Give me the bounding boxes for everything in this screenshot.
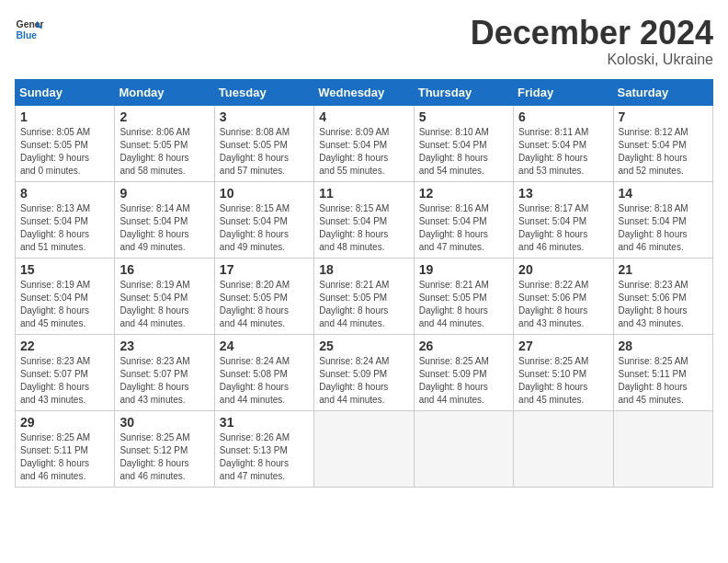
- day-number: 5: [419, 109, 508, 124]
- day-number: 27: [518, 339, 608, 353]
- calendar-cell: 13Sunrise: 8:17 AM Sunset: 5:04 PM Dayli…: [514, 181, 613, 258]
- calendar-cell: 25Sunrise: 8:24 AM Sunset: 5:09 PM Dayli…: [314, 334, 414, 410]
- day-number: 9: [119, 186, 209, 201]
- day-info: Sunrise: 8:15 AM Sunset: 5:04 PM Dayligh…: [319, 202, 408, 254]
- calendar-cell: 17Sunrise: 8:20 AM Sunset: 5:05 PM Dayli…: [214, 258, 313, 334]
- calendar-cell: [414, 410, 513, 487]
- calendar-cell: 14Sunrise: 8:18 AM Sunset: 5:04 PM Dayli…: [613, 181, 712, 258]
- calendar-cell: 21Sunrise: 8:23 AM Sunset: 5:06 PM Dayli…: [613, 258, 712, 334]
- calendar-cell: 19Sunrise: 8:21 AM Sunset: 5:05 PM Dayli…: [414, 258, 513, 334]
- day-info: Sunrise: 8:26 AM Sunset: 5:13 PM Dayligh…: [220, 431, 309, 483]
- day-number: 20: [518, 262, 608, 277]
- calendar-cell: 24Sunrise: 8:24 AM Sunset: 5:08 PM Dayli…: [214, 334, 313, 410]
- calendar-cell: 1Sunrise: 8:05 AM Sunset: 5:05 PM Daylig…: [16, 105, 115, 181]
- day-header-thursday: Thursday: [414, 79, 513, 105]
- calendar-cell: 31Sunrise: 8:26 AM Sunset: 5:13 PM Dayli…: [214, 410, 313, 487]
- logo: General Blue: [15, 15, 44, 44]
- calendar-cell: 2Sunrise: 8:06 AM Sunset: 5:05 PM Daylig…: [115, 105, 214, 181]
- calendar-cell: 9Sunrise: 8:14 AM Sunset: 5:04 PM Daylig…: [115, 181, 214, 258]
- day-info: Sunrise: 8:24 AM Sunset: 5:09 PM Dayligh…: [319, 355, 408, 407]
- calendar-table: SundayMondayTuesdayWednesdayThursdayFrid…: [15, 79, 713, 488]
- calendar-cell: 20Sunrise: 8:22 AM Sunset: 5:06 PM Dayli…: [514, 258, 613, 334]
- calendar-cell: 4Sunrise: 8:09 AM Sunset: 5:04 PM Daylig…: [314, 105, 414, 181]
- day-info: Sunrise: 8:16 AM Sunset: 5:04 PM Dayligh…: [419, 202, 508, 254]
- day-header-wednesday: Wednesday: [314, 79, 414, 105]
- calendar-cell: 27Sunrise: 8:25 AM Sunset: 5:10 PM Dayli…: [514, 334, 613, 410]
- calendar-cell: 26Sunrise: 8:25 AM Sunset: 5:09 PM Dayli…: [414, 334, 513, 410]
- calendar-cell: 28Sunrise: 8:25 AM Sunset: 5:11 PM Dayli…: [613, 334, 712, 410]
- day-info: Sunrise: 8:19 AM Sunset: 5:04 PM Dayligh…: [119, 279, 209, 330]
- day-number: 3: [220, 109, 309, 124]
- day-number: 17: [220, 262, 309, 277]
- day-info: Sunrise: 8:06 AM Sunset: 5:05 PM Dayligh…: [119, 126, 209, 178]
- day-info: Sunrise: 8:23 AM Sunset: 5:06 PM Dayligh…: [619, 279, 708, 330]
- calendar-week-row: 22Sunrise: 8:23 AM Sunset: 5:07 PM Dayli…: [16, 334, 713, 410]
- day-info: Sunrise: 8:20 AM Sunset: 5:05 PM Dayligh…: [220, 279, 309, 330]
- day-number: 7: [619, 109, 708, 124]
- day-header-friday: Friday: [514, 79, 613, 105]
- day-info: Sunrise: 8:15 AM Sunset: 5:04 PM Dayligh…: [220, 202, 309, 254]
- day-number: 16: [119, 262, 209, 277]
- day-number: 28: [619, 339, 708, 353]
- day-number: 1: [20, 109, 109, 124]
- calendar-week-row: 29Sunrise: 8:25 AM Sunset: 5:11 PM Dayli…: [16, 410, 713, 487]
- day-number: 8: [20, 186, 109, 201]
- day-info: Sunrise: 8:12 AM Sunset: 5:04 PM Dayligh…: [619, 126, 708, 178]
- calendar-cell: [314, 410, 414, 487]
- day-number: 4: [319, 109, 408, 124]
- day-header-tuesday: Tuesday: [214, 79, 313, 105]
- calendar-week-row: 15Sunrise: 8:19 AM Sunset: 5:04 PM Dayli…: [16, 258, 713, 334]
- day-info: Sunrise: 8:21 AM Sunset: 5:05 PM Dayligh…: [319, 279, 408, 330]
- day-number: 22: [20, 339, 109, 353]
- day-number: 11: [319, 186, 408, 201]
- calendar-cell: 22Sunrise: 8:23 AM Sunset: 5:07 PM Dayli…: [16, 334, 115, 410]
- day-info: Sunrise: 8:05 AM Sunset: 5:05 PM Dayligh…: [20, 126, 109, 178]
- calendar-cell: 7Sunrise: 8:12 AM Sunset: 5:04 PM Daylig…: [613, 105, 712, 181]
- calendar-cell: 8Sunrise: 8:13 AM Sunset: 5:04 PM Daylig…: [16, 181, 115, 258]
- calendar-cell: 5Sunrise: 8:10 AM Sunset: 5:04 PM Daylig…: [414, 105, 513, 181]
- calendar-cell: 29Sunrise: 8:25 AM Sunset: 5:11 PM Dayli…: [16, 410, 115, 487]
- day-info: Sunrise: 8:24 AM Sunset: 5:08 PM Dayligh…: [220, 355, 309, 407]
- day-number: 26: [419, 339, 508, 353]
- day-info: Sunrise: 8:25 AM Sunset: 5:09 PM Dayligh…: [419, 355, 508, 407]
- day-number: 31: [220, 415, 309, 430]
- day-number: 24: [220, 339, 309, 353]
- day-number: 23: [119, 339, 209, 353]
- day-number: 25: [319, 339, 408, 353]
- location-subtitle: Koloski, Ukraine: [471, 52, 713, 68]
- day-number: 30: [119, 415, 209, 430]
- day-number: 21: [619, 262, 708, 277]
- day-number: 15: [20, 262, 109, 277]
- day-info: Sunrise: 8:13 AM Sunset: 5:04 PM Dayligh…: [20, 202, 109, 254]
- day-number: 2: [119, 109, 209, 124]
- day-info: Sunrise: 8:23 AM Sunset: 5:07 PM Dayligh…: [20, 355, 109, 407]
- title-block: December 2024 Koloski, Ukraine: [471, 15, 713, 68]
- day-header-saturday: Saturday: [613, 79, 712, 105]
- day-info: Sunrise: 8:22 AM Sunset: 5:06 PM Dayligh…: [518, 279, 608, 330]
- calendar-week-row: 8Sunrise: 8:13 AM Sunset: 5:04 PM Daylig…: [16, 181, 713, 258]
- day-info: Sunrise: 8:18 AM Sunset: 5:04 PM Dayligh…: [619, 202, 708, 254]
- day-number: 12: [419, 186, 508, 201]
- day-info: Sunrise: 8:09 AM Sunset: 5:04 PM Dayligh…: [319, 126, 408, 178]
- month-title: December 2024: [471, 15, 713, 52]
- day-info: Sunrise: 8:08 AM Sunset: 5:05 PM Dayligh…: [220, 126, 309, 178]
- day-number: 19: [419, 262, 508, 277]
- calendar-cell: 11Sunrise: 8:15 AM Sunset: 5:04 PM Dayli…: [314, 181, 414, 258]
- calendar-cell: 10Sunrise: 8:15 AM Sunset: 5:04 PM Dayli…: [214, 181, 313, 258]
- calendar-cell: 6Sunrise: 8:11 AM Sunset: 5:04 PM Daylig…: [514, 105, 613, 181]
- calendar-cell: [514, 410, 613, 487]
- calendar-cell: 16Sunrise: 8:19 AM Sunset: 5:04 PM Dayli…: [115, 258, 214, 334]
- calendar-cell: 18Sunrise: 8:21 AM Sunset: 5:05 PM Dayli…: [314, 258, 414, 334]
- day-info: Sunrise: 8:14 AM Sunset: 5:04 PM Dayligh…: [119, 202, 209, 254]
- day-number: 29: [20, 415, 109, 430]
- calendar-cell: 30Sunrise: 8:25 AM Sunset: 5:12 PM Dayli…: [115, 410, 214, 487]
- day-info: Sunrise: 8:21 AM Sunset: 5:05 PM Dayligh…: [419, 279, 508, 330]
- svg-text:Blue: Blue: [17, 30, 38, 40]
- day-header-monday: Monday: [115, 79, 214, 105]
- calendar-week-row: 1Sunrise: 8:05 AM Sunset: 5:05 PM Daylig…: [16, 105, 713, 181]
- day-number: 18: [319, 262, 408, 277]
- day-info: Sunrise: 8:23 AM Sunset: 5:07 PM Dayligh…: [119, 355, 209, 407]
- day-info: Sunrise: 8:25 AM Sunset: 5:12 PM Dayligh…: [119, 431, 209, 483]
- calendar-cell: 12Sunrise: 8:16 AM Sunset: 5:04 PM Dayli…: [414, 181, 513, 258]
- day-number: 14: [619, 186, 708, 201]
